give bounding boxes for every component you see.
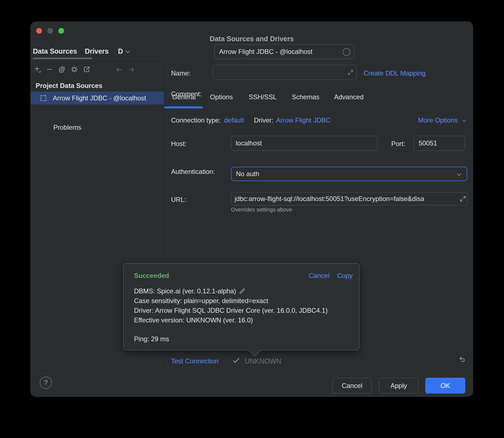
- tab-advanced[interactable]: Advanced: [334, 93, 364, 101]
- popup-callout-notch: [249, 344, 261, 356]
- sidebar-item-problems[interactable]: Problems: [53, 124, 81, 131]
- connection-type-value-link[interactable]: default: [224, 116, 244, 124]
- popup-details: DBMS: Spice.ai (ver. 0.12.1-alpha) Case …: [134, 286, 328, 344]
- tab-data-sources[interactable]: Data Sources: [33, 47, 77, 55]
- dialog-window: Data Sources and Drivers Data Sources Dr…: [30, 22, 473, 397]
- screenshot-canvas: Data Sources and Drivers Data Sources Dr…: [0, 0, 504, 438]
- expand-editor-icon[interactable]: [459, 195, 466, 202]
- tab-options[interactable]: Options: [210, 93, 233, 101]
- case-sensitivity-line: Case sensitivity: plain=upper, delimited…: [134, 296, 328, 306]
- comment-input[interactable]: [213, 65, 357, 80]
- dbms-line: DBMS: Spice.ai (ver. 0.12.1-alpha): [134, 286, 328, 296]
- driver-label: Driver:: [254, 116, 274, 124]
- spinner-circle-icon: [343, 48, 350, 56]
- connection-type-label: Connection type:: [171, 116, 221, 124]
- host-input[interactable]: localhost: [231, 136, 377, 151]
- chevron-down-icon[interactable]: [125, 48, 131, 55]
- duplicate-icon[interactable]: [58, 66, 66, 73]
- tab-ssh-ssl[interactable]: SSH/SSL: [249, 93, 277, 101]
- popup-header: Succeeded Cancel Copy: [134, 272, 353, 280]
- back-arrow-icon[interactable]: [115, 66, 122, 73]
- url-value: jdbc:arrow-flight-sql://localhost:50051?…: [235, 195, 424, 203]
- url-hint: Overrides settings above: [231, 207, 292, 213]
- ping-line: Ping: 29 ms: [134, 334, 328, 344]
- chevron-down-icon[interactable]: [461, 118, 467, 124]
- effective-version-line: Effective version: UNKNOWN (ver. 16.0): [134, 315, 328, 325]
- host-value: localhost: [236, 139, 262, 147]
- datasource-list-item-selected[interactable]: Arrow Flight JDBC - @localhost: [31, 92, 164, 105]
- host-label: Host:: [171, 140, 187, 148]
- more-options-link[interactable]: More Options: [418, 116, 458, 124]
- port-label: Port:: [391, 140, 405, 148]
- success-check-icon: [232, 356, 240, 365]
- connection-result-text: UNKNOWN: [245, 357, 281, 365]
- sidebar-separator: [35, 112, 159, 112]
- close-window-button[interactable]: [36, 28, 42, 34]
- minimize-window-button[interactable]: [47, 28, 53, 34]
- forward-arrow-icon[interactable]: [128, 66, 135, 73]
- expand-editor-icon[interactable]: [347, 69, 354, 76]
- chevron-down-icon[interactable]: [456, 171, 463, 178]
- apply-button[interactable]: Apply: [379, 378, 418, 393]
- project-data-sources-header: Project Data Sources: [36, 82, 102, 90]
- cancel-button[interactable]: Cancel: [332, 378, 372, 393]
- zoom-window-button[interactable]: [58, 28, 64, 34]
- window-title: Data Sources and Drivers: [31, 35, 473, 43]
- url-label: URL:: [171, 196, 186, 204]
- add-datasource-button[interactable]: [33, 66, 41, 73]
- help-button[interactable]: ?: [40, 377, 52, 389]
- active-tab-underline: [164, 106, 203, 108]
- test-connection-result-popup: Succeeded Cancel Copy DBMS: Spice.ai (ve…: [123, 263, 359, 350]
- tab-schemas[interactable]: Schemas: [292, 93, 319, 101]
- create-ddl-mapping-link[interactable]: Create DDL Mapping: [364, 69, 426, 77]
- revert-icon[interactable]: [458, 356, 466, 364]
- test-connection-link[interactable]: Test Connection: [171, 357, 219, 365]
- footer-divider: [31, 371, 473, 371]
- status-badge: Succeeded: [134, 272, 301, 280]
- authentication-value: No auth: [236, 170, 259, 178]
- panel-tabs-divider: [164, 108, 473, 108]
- arrow-flight-driver-icon: [40, 95, 47, 102]
- tab-drivers[interactable]: Drivers: [85, 47, 109, 55]
- name-input[interactable]: Arrow Flight JDBC - @localhost: [214, 45, 354, 59]
- sidebar-tabstrip: Data Sources Drivers D: [31, 45, 164, 59]
- port-input[interactable]: 50051: [414, 136, 465, 151]
- open-in-new-icon[interactable]: [83, 66, 91, 73]
- driver-value-link[interactable]: Arrow Flight JDBC: [276, 116, 330, 124]
- authentication-select[interactable]: No auth: [231, 167, 467, 181]
- datasource-item-label: Arrow Flight JDBC - @localhost: [53, 94, 146, 102]
- driver-line: Driver: Arrow Flight SQL JDBC Driver Cor…: [134, 306, 328, 315]
- port-value: 50051: [419, 139, 437, 147]
- tab-ddl-mappings-truncated[interactable]: D: [118, 47, 123, 55]
- ok-button[interactable]: OK: [425, 378, 465, 393]
- tabstrip-scrollbar[interactable]: [33, 58, 92, 59]
- popup-cancel-link[interactable]: Cancel: [309, 272, 329, 280]
- authentication-label: Authentication:: [171, 168, 215, 176]
- remove-icon[interactable]: [46, 66, 53, 73]
- url-input[interactable]: jdbc:arrow-flight-sql://localhost:50051?…: [231, 192, 467, 205]
- name-label: Name:: [171, 69, 191, 77]
- gear-icon[interactable]: [70, 66, 78, 73]
- pencil-icon[interactable]: [238, 288, 246, 295]
- popup-copy-link[interactable]: Copy: [337, 272, 353, 280]
- tab-general[interactable]: General: [172, 93, 196, 101]
- name-value: Arrow Flight JDBC - @localhost: [219, 48, 313, 56]
